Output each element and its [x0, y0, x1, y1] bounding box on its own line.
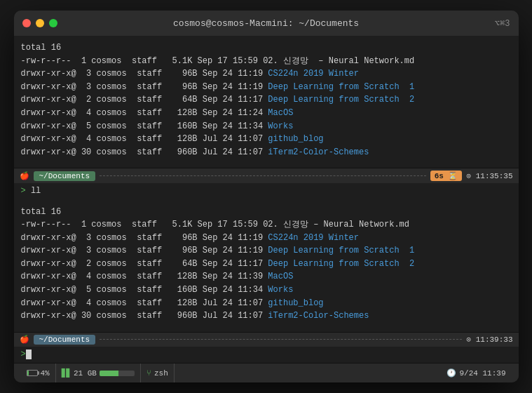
battery-fill: [27, 371, 29, 375]
prompt-symbol-2: >: [21, 349, 26, 359]
memory-bar: [100, 371, 135, 376]
memory-label: 21 GB: [74, 369, 97, 378]
file-line: drwxr-xr-x@ 5 cosmos staff 160B Sep 24 1…: [21, 120, 512, 133]
clock-icon-2: ⊙: [466, 335, 475, 344]
file-line: drwxr-xr-x@ 4 cosmos staff 128B Sep 24 1…: [21, 107, 512, 120]
shortcut-hint: ⌥⌘3: [495, 18, 510, 29]
maximize-button[interactable]: [49, 19, 57, 27]
memory-segment: ▊▊ 21 GB: [56, 364, 141, 382]
cursor-block: [26, 349, 32, 359]
shell-segment: ⑂ zsh: [141, 364, 175, 382]
prompt-bar-1: 🍎 ~/Documents 6s ⏳ ⊙ 11:35:35: [14, 168, 519, 183]
timer-badge: 6s ⏳: [430, 171, 463, 181]
status-bar: 4% ▊▊ 21 GB ⑂ zsh 🕐 9/24 11:39: [14, 363, 519, 382]
traffic-lights: [22, 19, 57, 27]
shell-icon: ⑂: [146, 369, 151, 378]
prompt-bar-2: 🍎 ~/Documents ⊙ 11:39:33: [14, 332, 519, 347]
command-line-1: > ll: [14, 183, 519, 199]
file-line: -rw-r--r-- 1 cosmos staff 5.1K Sep 17 15…: [21, 55, 512, 68]
apple-icon: 🍎: [20, 171, 29, 180]
battery-percent: 4%: [41, 369, 50, 378]
file-line: drwxr-xr-x@ 30 cosmos staff 960B Jul 24 …: [21, 146, 512, 159]
command-line-2: >: [14, 347, 519, 363]
total-line-2: total 16: [21, 206, 512, 219]
file-line-2: drwxr-xr-x@ 3 cosmos staff 96B Sep 24 11…: [21, 232, 512, 245]
total-line-1: total 16: [21, 41, 512, 55]
file-line-2: -rw-r--r-- 1 cosmos staff 5.1K Sep 17 15…: [21, 218, 512, 232]
memory-icon: ▊▊: [62, 368, 71, 378]
terminal-window: cosmos@cosmos-Macmini: ~/Documents ⌥⌘3 t…: [14, 11, 519, 382]
datetime-segment: 🕐 9/24 11:39: [441, 364, 511, 382]
file-line-2: drwxr-xr-x@ 5 cosmos staff 160B Sep 24 1…: [21, 284, 512, 297]
file-line: drwxr-xr-x@ 3 cosmos staff 96B Sep 24 11…: [21, 67, 512, 81]
file-line-2: drwxr-xr-x@ 4 cosmos staff 128B Sep 24 1…: [21, 270, 512, 284]
dots-divider-2: [100, 339, 462, 340]
shell-label: zsh: [154, 369, 168, 378]
apple-icon-2: 🍎: [20, 335, 29, 344]
titlebar: cosmos@cosmos-Macmini: ~/Documents ⌥⌘3: [14, 11, 519, 36]
prompt-right-2: ⊙ 11:39:33: [466, 335, 512, 344]
memory-bar-fill: [100, 371, 119, 376]
path-badge-2: ~/Documents: [34, 335, 96, 345]
time-display-1: ⊙ 11:35:35: [466, 171, 512, 180]
terminal-body: total 16 -rw-r--r-- 1 cosmos staff 5.1K …: [14, 36, 519, 382]
clock-status-icon: 🕐: [446, 368, 456, 378]
file-line-2: drwxr-xr-x@ 2 cosmos staff 64B Sep 24 11…: [21, 258, 512, 271]
minimize-button[interactable]: [36, 19, 44, 27]
scroll-area-2[interactable]: total 16 -rw-r--r-- 1 cosmos staff 5.1K …: [14, 200, 519, 332]
time-display-2: ⊙ 11:39:33: [466, 335, 512, 344]
prompt-right-1: 6s ⏳ ⊙ 11:35:35: [430, 171, 513, 181]
scroll-area[interactable]: total 16 -rw-r--r-- 1 cosmos staff 5.1K …: [14, 36, 519, 168]
file-line-2: drwxr-xr-x@ 4 cosmos staff 128B Jul 24 1…: [21, 297, 512, 310]
battery-icon: [27, 370, 38, 376]
battery-segment: 4%: [21, 364, 56, 382]
hourglass-icon: ⏳: [448, 172, 458, 180]
file-line: drwxr-xr-x@ 4 cosmos staff 128B Jul 24 1…: [21, 133, 512, 146]
dots-divider: [100, 175, 426, 176]
file-line: drwxr-xr-x@ 3 cosmos staff 96B Sep 24 11…: [21, 81, 512, 94]
clock-icon: ⊙: [466, 172, 475, 180]
file-line-2: drwxr-xr-x@ 3 cosmos staff 96B Sep 24 11…: [21, 244, 512, 258]
file-line: drwxr-xr-x@ 2 cosmos staff 64B Sep 24 11…: [21, 93, 512, 107]
close-button[interactable]: [22, 19, 31, 27]
datetime-label: 9/24 11:39: [459, 369, 505, 378]
path-badge-1: ~/Documents: [34, 171, 96, 181]
file-line-2: drwxr-xr-x@ 30 cosmos staff 960B Jul 24 …: [21, 309, 512, 323]
prompt-symbol: >: [21, 186, 26, 196]
window-title: cosmos@cosmos-Macmini: ~/Documents: [173, 18, 359, 29]
